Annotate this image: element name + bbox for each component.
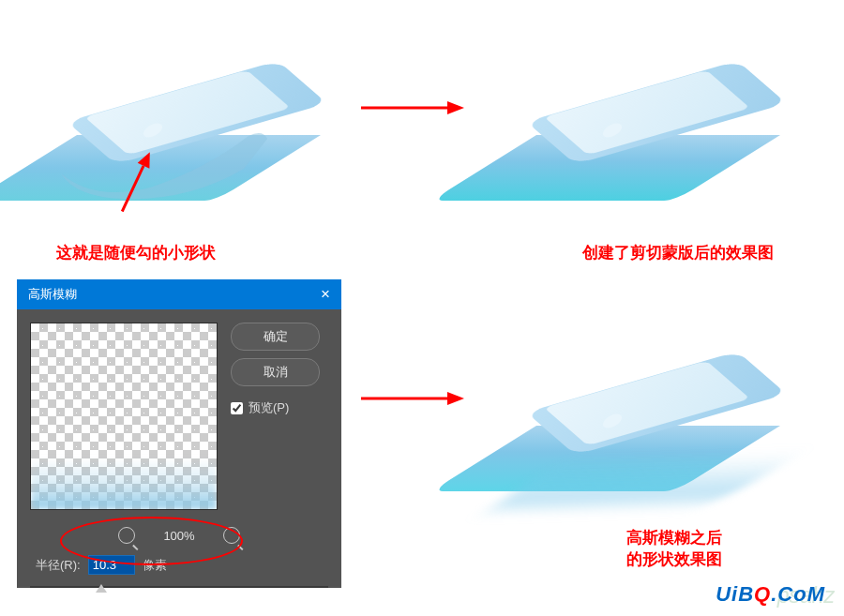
gaussian-blur-dialog: 高斯模糊 × 确定 取消 预览(P) 100% 半径(R): 像素 [17, 279, 341, 588]
caption-scribble: 这就是随便勾的小形状 [56, 242, 216, 263]
zoom-out-icon[interactable] [118, 527, 135, 544]
ok-button[interactable]: 确定 [231, 323, 320, 351]
scribble-shape-overlay [56, 122, 272, 206]
preview-checkbox-row[interactable]: 预览(P) [231, 399, 320, 416]
zoom-value: 100% [163, 529, 194, 543]
slider-thumb-icon[interactable] [96, 584, 107, 593]
preview-label: 预览(P) [249, 399, 289, 416]
wm-q: Q [754, 582, 771, 606]
arrow-right-1 [361, 98, 464, 117]
caption-blurred-l2: 的形状效果图 [626, 550, 722, 568]
dialog-title-text: 高斯模糊 [28, 286, 77, 303]
zoom-controls: 100% [17, 523, 341, 553]
wm-suffix: .CoM [771, 582, 825, 606]
zoom-in-icon[interactable] [223, 527, 240, 544]
caption-blurred: 高斯模糊之后 的形状效果图 [626, 528, 722, 571]
dialog-titlebar[interactable]: 高斯模糊 × [17, 279, 341, 309]
radius-row: 半径(R): 像素 [17, 553, 341, 588]
preview-area[interactable] [30, 323, 218, 510]
wm-prefix: UiB [716, 582, 754, 606]
cancel-button[interactable]: 取消 [231, 358, 320, 386]
phone-blurred [488, 300, 797, 525]
caption-clipped: 创建了剪切蒙版后的效果图 [582, 242, 774, 263]
radius-slider[interactable] [30, 586, 328, 588]
radius-unit: 像素 [143, 557, 167, 574]
arrow-right-2 [361, 389, 464, 408]
phone-before [28, 9, 338, 234]
preview-checkbox[interactable] [231, 402, 243, 414]
close-icon[interactable]: × [321, 285, 330, 304]
radius-label: 半径(R): [36, 557, 81, 574]
phone-clipped [488, 9, 797, 234]
radius-input[interactable] [88, 555, 135, 575]
watermark: UiBQ.CoM [716, 582, 825, 607]
svg-marker-1 [447, 101, 464, 114]
caption-blurred-l1: 高斯模糊之后 [626, 529, 722, 547]
svg-marker-3 [447, 392, 464, 405]
